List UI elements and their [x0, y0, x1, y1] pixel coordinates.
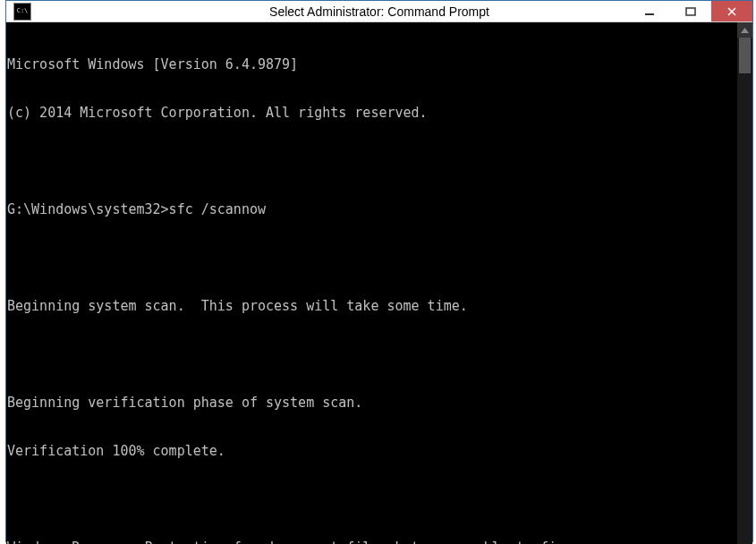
terminal-line: G:\Windows\system32>sfc /scannow — [7, 201, 737, 217]
maximize-button[interactable] — [670, 1, 711, 21]
scroll-track[interactable] — [737, 38, 752, 544]
terminal-line — [7, 491, 737, 507]
terminal-output[interactable]: Microsoft Windows [Version 6.4.9879] (c)… — [6, 22, 737, 544]
terminal-line — [7, 250, 737, 266]
close-button[interactable] — [711, 1, 752, 21]
client-area: Microsoft Windows [Version 6.4.9879] (c)… — [6, 22, 752, 544]
terminal-line — [7, 346, 737, 362]
vertical-scrollbar[interactable] — [737, 22, 752, 544]
terminal-line: (c) 2014 Microsoft Corporation. All righ… — [7, 105, 737, 121]
scroll-thumb[interactable] — [739, 38, 751, 73]
terminal-line: Beginning system scan. This process will… — [7, 298, 737, 314]
cmd-icon — [13, 3, 31, 21]
scroll-up-button[interactable] — [737, 22, 752, 38]
svg-rect-0 — [686, 8, 695, 15]
terminal-line: Windows Resource Protection found corrup… — [7, 540, 737, 544]
minimize-button[interactable] — [629, 1, 670, 21]
window-controls — [629, 1, 752, 21]
titlebar[interactable]: Select Administrator: Command Prompt — [6, 1, 752, 22]
terminal-line — [7, 153, 737, 169]
terminal-line: Verification 100% complete. — [7, 443, 737, 459]
terminal-line: Beginning verification phase of system s… — [7, 395, 737, 411]
command-prompt-window: Select Administrator: Command Prompt Mic… — [5, 0, 753, 542]
terminal-line: Microsoft Windows [Version 6.4.9879] — [7, 56, 737, 72]
